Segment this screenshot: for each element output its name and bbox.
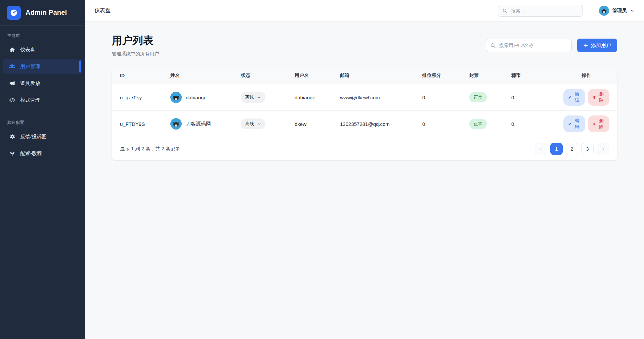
user-menu[interactable]: 管理员: [599, 6, 635, 16]
pagination: 1 2 3: [535, 143, 609, 155]
sidebar-item-modes[interactable]: 模式管理: [3, 92, 82, 108]
delete-label: 删除: [598, 91, 605, 103]
cell-coins: 0: [503, 84, 555, 111]
add-user-button[interactable]: 添加用户: [577, 39, 617, 52]
col-name: 姓名: [162, 67, 233, 84]
page-title: 用户列表: [112, 34, 159, 48]
chevron-down-icon: [257, 122, 261, 126]
table-row: u_qz7Fsy: [112, 84, 617, 111]
pencil-icon: [568, 122, 571, 126]
cell-username: dkewl: [287, 111, 332, 137]
col-username: 用户名: [287, 67, 332, 84]
cell-points: 0: [414, 111, 461, 137]
users-icon: [9, 63, 15, 70]
page-button-3[interactable]: 3: [581, 143, 594, 155]
app-title: Admin Panel: [26, 9, 67, 16]
sidebar-item-feedback[interactable]: 反馈/投诉图: [3, 129, 82, 144]
status-badge: 正常: [469, 119, 487, 129]
pencil-icon: [568, 95, 571, 100]
global-search: [498, 5, 583, 17]
delete-label: 删除: [598, 118, 605, 130]
search-icon: [502, 8, 508, 13]
megaphone-icon: [9, 80, 15, 87]
col-status: 状态: [233, 67, 287, 84]
users-table-card: ID 姓名 状态 用户名 邮箱 排位积分 封禁 穗币 操作 u_qz7Fsy: [112, 67, 617, 160]
plus-icon: [583, 43, 588, 48]
code-icon: [9, 97, 15, 103]
cell-id: u_qz7Fsy: [112, 84, 162, 111]
col-coins: 穗币: [503, 67, 555, 84]
app-logo: Admin Panel: [0, 0, 85, 26]
page-button-2[interactable]: 2: [566, 143, 578, 155]
page-subtitle: 管理系统中的所有用户: [112, 51, 159, 57]
delete-button[interactable]: 删除: [588, 115, 610, 132]
trash-icon: [593, 95, 596, 100]
sidebar-item-label: 模式管理: [20, 97, 40, 103]
edit-label: 编辑: [573, 118, 580, 130]
col-points: 排位积分: [414, 67, 461, 84]
config-section-label: 其它配置: [7, 120, 78, 126]
breadcrumb-title: 仪表盘: [94, 7, 111, 14]
sidebar-item-users[interactable]: 用户管理: [3, 59, 82, 74]
delete-button[interactable]: 删除: [588, 89, 610, 106]
avatar: [599, 6, 609, 16]
avatar: [170, 118, 182, 130]
cell-id: u_FTDY9S: [112, 111, 162, 137]
user-search-input[interactable]: [499, 43, 567, 48]
col-ban: 封禁: [461, 67, 503, 84]
cell-email: www@dkewl.com: [332, 84, 414, 111]
gauge-logo-icon: [7, 6, 21, 20]
chevron-right-icon: [601, 147, 605, 151]
sidebar-item-label: 反馈/投诉图: [20, 134, 47, 140]
records-summary: 显示 1 到 2 条，共 2 条记录: [120, 146, 180, 152]
status-badge: 正常: [469, 92, 487, 102]
avatar: [170, 92, 182, 103]
sidebar-item-label: 用户管理: [20, 63, 40, 70]
col-id: ID: [112, 67, 162, 84]
user-name: 管理员: [612, 8, 627, 14]
cell-points: 0: [414, 84, 461, 111]
global-search-input[interactable]: [511, 8, 578, 13]
sidebar-item-items[interactable]: 道具发放: [3, 76, 82, 91]
status-value: 离线: [245, 94, 254, 100]
chevron-down-icon: [257, 96, 261, 99]
cell-name: dabiaoge: [186, 95, 207, 100]
sidebar-item-label: 配置-教程: [20, 150, 42, 157]
edit-label: 编辑: [573, 91, 580, 103]
status-select[interactable]: 离线: [241, 118, 265, 129]
page-button-1[interactable]: 1: [550, 143, 563, 155]
edit-button[interactable]: 编辑: [563, 89, 585, 106]
sidebar-item-dashboard[interactable]: 仪表盘: [3, 42, 82, 57]
col-actions: 操作: [555, 67, 617, 84]
chevron-left-icon: [539, 147, 544, 151]
table-row: u_FTDY9S: [112, 111, 617, 137]
gear-icon: [9, 133, 15, 140]
main-content: 用户列表 管理系统中的所有用户 添加用户: [85, 0, 644, 160]
search-icon: [490, 43, 496, 48]
users-table: ID 姓名 状态 用户名 邮箱 排位积分 封禁 穗币 操作 u_qz7Fsy: [112, 67, 617, 137]
nav-section-label: 主导航: [7, 33, 78, 39]
status-select[interactable]: 离线: [241, 92, 265, 103]
top-header: 仪表盘 管理员: [85, 0, 644, 21]
next-page-button[interactable]: [597, 143, 609, 155]
status-value: 离线: [245, 121, 254, 127]
table-footer: 显示 1 到 2 条，共 2 条记录 1 2 3: [112, 137, 617, 160]
user-search: [486, 39, 572, 52]
seedling-icon: [9, 150, 15, 157]
edit-button[interactable]: 编辑: [563, 115, 585, 132]
cell-coins: 0: [503, 111, 555, 137]
chevron-down-icon: [630, 8, 635, 13]
sidebar-item-tutorial[interactable]: 配置-教程: [3, 146, 82, 161]
prev-page-button[interactable]: [535, 143, 547, 155]
home-icon: [9, 46, 15, 53]
add-user-label: 添加用户: [591, 42, 611, 49]
sidebar-item-label: 道具发放: [20, 80, 40, 87]
cell-name: 刀客源码网: [186, 121, 211, 127]
cell-username: dabiaoge: [287, 84, 332, 111]
cell-email: 1302357281@qq.com: [332, 111, 414, 137]
trash-icon: [593, 122, 596, 126]
sidebar-item-label: 仪表盘: [20, 47, 35, 53]
table-header-row: ID 姓名 状态 用户名 邮箱 排位积分 封禁 穗币 操作: [112, 67, 617, 84]
col-email: 邮箱: [332, 67, 414, 84]
sidebar: Admin Panel 主导航 仪表盘 用户管理 道具发放: [0, 0, 85, 339]
